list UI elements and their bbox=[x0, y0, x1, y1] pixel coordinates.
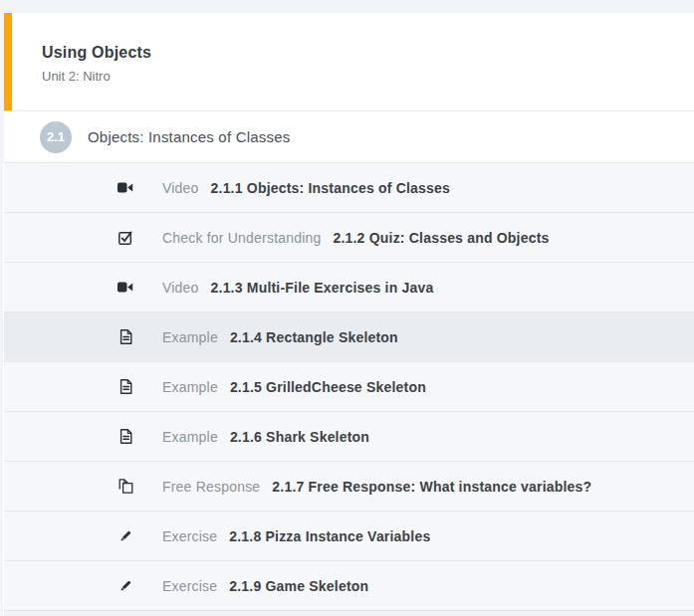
lesson-title: 2.1.4 Rectangle Skeleton bbox=[230, 329, 398, 345]
section-header-row[interactable]: 2.1 Objects: Instances of Classes bbox=[4, 110, 694, 162]
pencil-icon bbox=[116, 579, 134, 593]
unit-accent-bar bbox=[4, 13, 12, 110]
unit-title: Using Objects bbox=[42, 44, 694, 62]
lesson-row[interactable]: Example 2.1.5 GrilledCheese Skeleton bbox=[4, 361, 694, 411]
pencil-icon bbox=[116, 529, 134, 543]
lesson-title: 2.1.5 GrilledCheese Skeleton bbox=[230, 379, 426, 395]
lesson-row[interactable]: Video 2.1.1 Objects: Instances of Classe… bbox=[4, 162, 694, 212]
lesson-row[interactable]: Exercise 2.1.9 Game Skeleton bbox=[4, 560, 694, 610]
lesson-title: 2.1.9 Game Skeleton bbox=[229, 578, 368, 594]
copy-icon bbox=[116, 479, 134, 494]
course-lessons-page: Using Objects Unit 2: Nitro 2.1 Objects:… bbox=[0, 0, 694, 616]
lesson-type-label: Exercise bbox=[162, 578, 217, 594]
lesson-type-label: Example bbox=[162, 379, 218, 395]
document-icon bbox=[116, 329, 134, 344]
section-title: Objects: Instances of Classes bbox=[88, 128, 290, 145]
lesson-type-label: Video bbox=[162, 180, 199, 196]
lesson-type-label: Exercise bbox=[162, 528, 217, 544]
lesson-row[interactable]: Exercise 2.1.8 Pizza Instance Variables bbox=[4, 511, 694, 560]
video-icon bbox=[116, 182, 134, 193]
lesson-title: 2.1.8 Pizza Instance Variables bbox=[229, 528, 430, 544]
lesson-list: Video 2.1.1 Objects: Instances of Classe… bbox=[3, 162, 694, 616]
lesson-title: 2.1.6 Shark Skeleton bbox=[230, 429, 369, 445]
lesson-title: 2.1.3 Multi-File Exercises in Java bbox=[211, 280, 434, 296]
lesson-row[interactable]: Check for Understanding 2.1.2 Quiz: Clas… bbox=[4, 212, 694, 262]
lesson-type-label: Check for Understanding bbox=[162, 230, 321, 246]
lesson-title: 2.1.7 Free Response: What instance varia… bbox=[272, 479, 591, 495]
lesson-title: 2.1.2 Quiz: Classes and Objects bbox=[333, 230, 549, 246]
section-number-badge: 2.1 bbox=[40, 121, 72, 153]
lesson-type-label: Example bbox=[162, 329, 218, 345]
lesson-type-label: Video bbox=[162, 280, 199, 296]
check-icon bbox=[116, 231, 134, 245]
lesson-row[interactable]: Example 2.1.4 Rectangle Skeleton bbox=[4, 311, 694, 361]
unit-header: Using Objects Unit 2: Nitro bbox=[4, 13, 694, 110]
lesson-type-label: Free Response bbox=[162, 479, 260, 495]
lesson-row[interactable]: Free Response 2.1.7 Free Response: What … bbox=[4, 461, 694, 511]
lesson-row[interactable]: Example 2.1.6 Shark Skeleton bbox=[4, 411, 694, 461]
document-icon bbox=[116, 379, 134, 394]
lesson-row[interactable]: Video 2.1.3 Multi-File Exercises in Java bbox=[4, 262, 694, 311]
video-icon bbox=[116, 282, 134, 293]
next-row-partial bbox=[4, 610, 694, 616]
unit-subtitle: Unit 2: Nitro bbox=[42, 69, 694, 84]
document-icon bbox=[116, 429, 134, 444]
lesson-type-label: Example bbox=[162, 429, 218, 445]
lesson-title: 2.1.1 Objects: Instances of Classes bbox=[211, 180, 450, 196]
